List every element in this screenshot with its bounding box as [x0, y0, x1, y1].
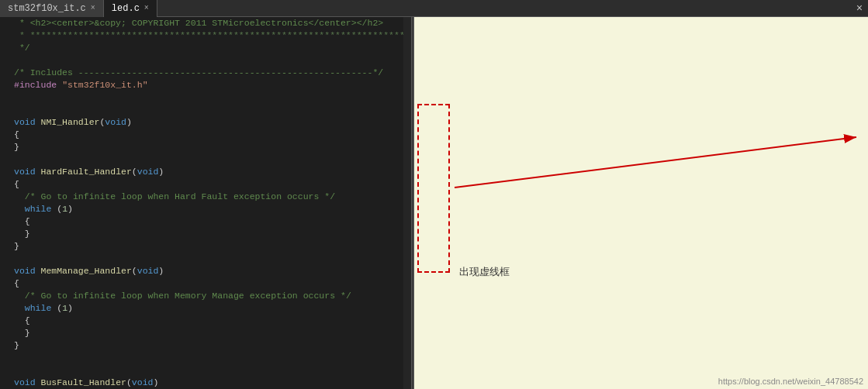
tab-close-stm32[interactable]: ×	[91, 4, 95, 12]
code-line: /* Includes ----------------------------…	[14, 67, 411, 79]
code-line	[14, 253, 411, 265]
code-line: /* Go to infinite loop when Hard Fault e…	[14, 191, 411, 203]
code-line	[14, 153, 411, 166]
code-line	[14, 352, 411, 364]
code-line: void BusFault_Handler(void)	[14, 377, 411, 389]
code-line: */	[14, 42, 411, 54]
code-line: #include "stm32f10x_it.h"	[14, 79, 411, 91]
code-content: * <h2><center>&copy; COPYRIGHT 2011 STMi…	[14, 17, 411, 389]
tab-label-stm32: stm32f10x_it.c	[8, 3, 86, 14]
editor-container: * <h2><center>&copy; COPYRIGHT 2011 STMi…	[0, 17, 868, 389]
code-line: * **************************************…	[14, 29, 411, 42]
tab-label-led: led.c	[112, 3, 140, 14]
code-line: {	[14, 178, 411, 191]
code-line: while (1)	[14, 302, 411, 315]
code-line: }	[14, 327, 411, 339]
annotation-panel: 出现虚线框 https://blog.csdn.net/weixin_44788…	[414, 17, 868, 389]
code-line: void MemManage_Handler(void)	[14, 265, 411, 277]
code-line: /* Go to infinite loop when Memory Manag…	[14, 290, 411, 302]
code-line	[14, 104, 411, 116]
tab-bar: stm32f10x_it.c × led.c × ×	[0, 0, 868, 17]
dashed-selection-box	[417, 104, 450, 273]
code-line	[14, 364, 411, 377]
code-line: }	[14, 339, 411, 352]
tab-close-led[interactable]: ×	[144, 4, 149, 12]
code-panel: * <h2><center>&copy; COPYRIGHT 2011 STMi…	[0, 17, 411, 389]
code-line: }	[14, 141, 411, 153]
code-line	[14, 54, 411, 67]
code-line: * <h2><center>&copy; COPYRIGHT 2011 STMi…	[14, 17, 411, 29]
watermark: https://blog.csdn.net/weixin_44788542	[718, 377, 863, 386]
left-scrollbar[interactable]	[403, 17, 411, 389]
annotation-arrow	[414, 17, 868, 389]
code-line: {	[14, 277, 411, 290]
code-line: }	[14, 228, 411, 240]
code-line: {	[14, 129, 411, 141]
close-panel-button[interactable]: ×	[851, 0, 868, 17]
tab-stm32f10x-it[interactable]: stm32f10x_it.c ×	[0, 0, 104, 17]
code-line: void NMI_Handler(void)	[14, 116, 411, 129]
code-line: {	[14, 315, 411, 327]
annotation-label: 出现虚线框	[459, 265, 510, 279]
svg-line-1	[455, 137, 856, 188]
code-line: while (1)	[14, 203, 411, 215]
code-line: {	[14, 215, 411, 228]
code-line	[14, 91, 411, 104]
code-line: }	[14, 240, 411, 253]
code-line: void HardFault_Handler(void)	[14, 166, 411, 178]
tab-led[interactable]: led.c ×	[104, 0, 157, 17]
